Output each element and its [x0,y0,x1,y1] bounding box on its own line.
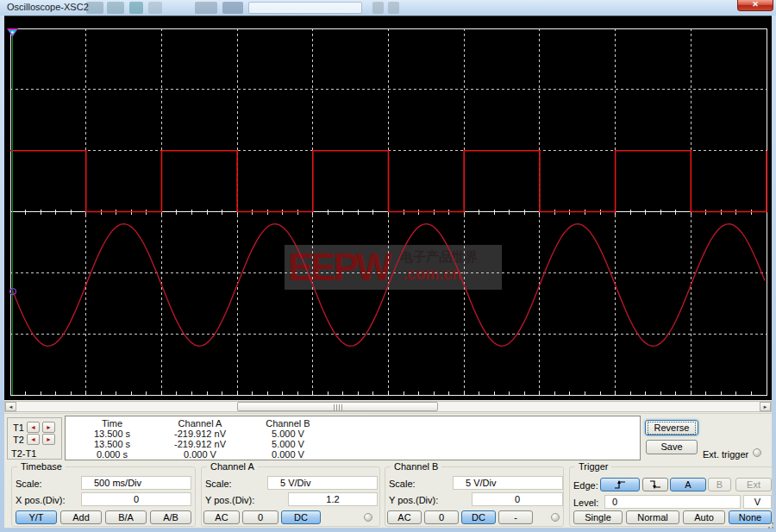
trigger-single-button[interactable]: Single [573,510,623,524]
channel-b-ac-button[interactable]: AC [387,510,422,524]
title-bar[interactable]: Oscilloscope-XSC2 ✕ [0,0,776,16]
trigger-source-ext-button[interactable]: Ext [735,478,772,491]
trigger-title: Trigger [575,461,611,472]
channel-a-scale-field[interactable]: 5 V/Div [267,476,378,490]
channel-b-ypos-label: Y pos.(Div): [389,495,438,505]
trigger-rising-edge-button[interactable] [600,478,640,491]
background-toolbar-blob [222,2,243,14]
separator [4,413,772,414]
save-button[interactable]: Save [646,440,698,454]
channel-b-title: Channel B [391,461,441,472]
channel-a-ac-button[interactable]: AC [203,510,240,524]
cursor-marker-dot [11,31,13,33]
table-row: 0.000 s 0.000 V 0.000 V [66,449,640,460]
scrollbar-left-arrow-icon[interactable]: ◄ [5,402,16,411]
trigger-edge-label: Edge: [573,480,598,491]
channel-a-scale-label: Scale: [205,479,232,489]
trigger-normal-button[interactable]: Normal [626,510,679,524]
timebase-scale-label: Scale: [16,479,42,489]
background-toolbar-blob [388,2,399,14]
scope-display: EEPW 电子产品世界 .com.cn [4,16,772,400]
t1-channel-b: 5.000 V [248,429,328,439]
reverse-button[interactable]: Reverse [645,420,698,435]
timebase-xpos-field[interactable]: 0 [81,492,191,506]
background-combobox-blob [248,2,362,14]
channel-b-neg-button[interactable]: - [498,510,533,524]
table-row: 13.500 s -219.912 nV 5.000 V [66,439,640,449]
channel-b-ypos-field[interactable]: 0 [472,492,563,506]
channel-a-dc-button[interactable]: DC [281,510,321,524]
trigger-level-field[interactable]: 0 [604,495,741,509]
rising-edge-icon [614,479,627,490]
window-title: Oscilloscope-XSC2 [7,2,89,12]
timebase-scale-field[interactable]: 500 ms/Div [81,476,191,490]
timebase-ab-button[interactable]: A/B [150,510,191,524]
t2-channel-a: -219.912 nV [155,439,245,449]
cursor-delta-label: T2-T1 [11,448,36,459]
col-header-time: Time [72,418,152,429]
trigger-source-a-button[interactable]: A [670,478,706,491]
background-toolbar-blob [86,2,103,14]
background-toolbar-blob [195,2,217,14]
t1-time: 13.500 s [72,429,152,439]
t2-time: 13.500 s [72,439,152,449]
timebase-xpos-label: X pos.(Div): [16,495,65,505]
col-header-channel-b: Channel B [248,418,328,429]
background-toolbar-blob [148,2,162,14]
channel-a-terminal-icon[interactable] [364,513,372,522]
timebase-add-button[interactable]: Add [60,510,102,524]
cursor-t2-left-button[interactable]: ◄ [27,434,40,445]
square-wave-trace [10,151,767,212]
trigger-auto-button[interactable]: Auto [683,510,725,524]
background-toolbar-blob [129,2,143,14]
scrollbar-grip-icon [334,404,342,410]
measurement-table: Time Channel A Channel B 13.500 s -219.9… [65,416,641,460]
trigger-source-b-button[interactable]: B [708,478,731,491]
channel-b-dc-button[interactable]: DC [461,510,496,524]
horizontal-scrollbar[interactable]: ◄ ► [4,401,772,412]
channel-b-terminal-icon[interactable] [551,513,560,522]
table-row: 13.500 s -219.912 nV 5.000 V [66,429,640,439]
cursor-t1-left-button[interactable]: ◄ [27,422,40,433]
delta-time: 0.000 s [72,449,152,460]
channel-a-ypos-label: Y pos.(Div): [205,495,254,505]
ext-trigger-label: Ext. trigger [703,449,748,460]
trigger-section: Trigger Edge: A B Ext Level: 0 V Single [569,466,773,527]
trigger-falling-edge-button[interactable] [642,478,668,491]
oscilloscope-window: Oscilloscope-XSC2 ✕ EEPW 电子产品世界 .com.cn … [0,0,776,532]
t2-channel-b: 5.000 V [248,439,328,449]
cursor-selector: T1 ◄ ► T2 ◄ ► T2-T1 [7,417,62,460]
ext-trigger-terminal-icon[interactable] [753,448,761,457]
t1-channel-a: -219.912 nV [155,429,245,439]
channel-b-zero-button[interactable]: 0 [424,510,459,524]
trigger-none-button[interactable]: None [729,510,772,524]
cursor-t1-label: T1 [13,422,24,433]
scrollbar-thumb[interactable] [237,402,438,411]
timebase-yt-button[interactable]: Y/T [16,510,57,524]
cursor-t2-label: T2 [13,435,24,445]
table-header-row: Time Channel A Channel B [66,418,640,429]
background-toolbar-blob [372,2,384,14]
scrollbar-right-arrow-icon[interactable]: ► [760,402,771,411]
delta-channel-b: 0.000 V [248,449,328,460]
resize-grip[interactable] [767,523,773,529]
channel-a-zero-button[interactable]: 0 [242,510,278,524]
timebase-ba-button[interactable]: B/A [105,510,147,524]
falling-edge-icon [649,479,662,490]
cursor-t2-right-button[interactable]: ► [42,434,55,445]
channel-a-section: Channel A Scale: 5 V/Div Y pos.(Div): 1.… [201,466,380,527]
close-button[interactable]: ✕ [737,0,773,11]
background-toolbar-blob [107,2,124,14]
delta-channel-a: 0.000 V [155,449,245,460]
channel-b-scale-field[interactable]: 5 V/Div [453,476,563,490]
client-area: EEPW 电子产品世界 .com.cn ◄ ► T1 ◄ ► T2 ◄ ► T2… [4,16,772,528]
channel-b-section: Channel B Scale: 5 V/Div Y pos.(Div): 0 … [385,466,564,527]
col-header-channel-a: Channel A [155,418,245,429]
trigger-level-unit-select[interactable]: V [743,495,772,509]
channel-a-ypos-field[interactable]: 1.2 [288,492,378,506]
cursor-t1-right-button[interactable]: ► [42,422,55,433]
channel-b-scale-label: Scale: [389,479,416,489]
channel-a-title: Channel A [207,461,258,472]
trigger-level-label: Level: [573,498,598,508]
timebase-section: Timebase Scale: 500 ms/Div X pos.(Div): … [11,466,196,527]
